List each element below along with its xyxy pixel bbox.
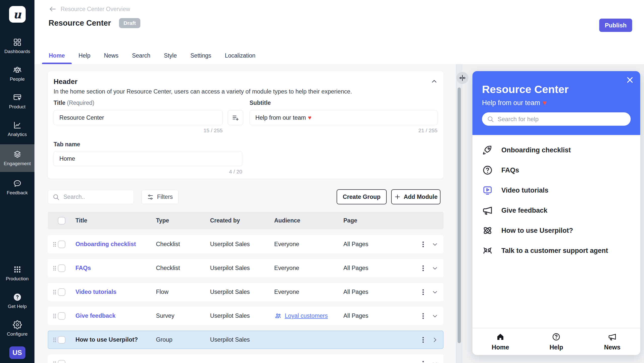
atom-icon (482, 225, 493, 236)
sidebar-item-analytics[interactable]: Analytics (0, 117, 34, 141)
preview-nav-help[interactable]: Help (528, 328, 584, 355)
sidebar-item-configure[interactable]: Configure (0, 316, 34, 341)
kebab-menu-icon[interactable] (419, 312, 427, 320)
tab-style[interactable]: Style (157, 52, 184, 64)
sidebar-item-product[interactable]: Product (0, 89, 34, 114)
tabname-field-input[interactable] (54, 151, 242, 166)
row-chevron-icon[interactable] (431, 336, 438, 343)
header-card: Header In the home section of your Resou… (48, 71, 444, 179)
plus-icon (394, 194, 401, 200)
drag-handle-icon[interactable] (51, 289, 58, 295)
row-chevron-icon[interactable] (431, 265, 438, 272)
table-row[interactable]: Give feedback Survey Userpilot Sales Loy… (48, 307, 444, 325)
row-chevron-icon[interactable] (431, 241, 438, 248)
row-checkbox[interactable] (58, 264, 65, 272)
row-chevron-icon[interactable] (431, 360, 438, 363)
row-chevron-icon[interactable] (431, 289, 438, 296)
feedback-icon (13, 179, 22, 188)
select-all-checkbox[interactable] (58, 217, 65, 224)
preview-item-give-feedback[interactable]: Give feedback (482, 200, 631, 220)
col-page: Page (343, 217, 425, 224)
breadcrumb[interactable]: Resource Center Overview (49, 5, 130, 13)
table-row[interactable]: Onboarding checklist Checklist Userpilot… (48, 235, 444, 253)
userpilot-logo[interactable]: u (9, 6, 26, 23)
question-circle-icon (482, 165, 493, 176)
row-checkbox[interactable] (58, 241, 65, 248)
kebab-menu-icon[interactable] (419, 264, 427, 272)
sidebar-item-engagement[interactable]: Engagement (0, 144, 34, 172)
card-description: In the home section of your Resource Cen… (54, 88, 352, 95)
publish-button[interactable]: Publish (599, 19, 632, 32)
table-row[interactable]: Video tutorials Flow Userpilot Sales Eve… (48, 283, 444, 301)
tab-settings[interactable]: Settings (184, 52, 218, 64)
table-row[interactable]: FAQs Checklist Userpilot Sales Everyone … (48, 259, 444, 277)
preview-item-talk-to-a-customer-support-agent[interactable]: Talk to a customer support agent (482, 241, 631, 261)
module-title-link[interactable]: Onboarding checklist (75, 241, 156, 248)
module-title-link[interactable]: FAQs (75, 265, 156, 271)
subtitle-counter: 21 / 255 (250, 127, 437, 133)
avatar[interactable]: US (9, 346, 25, 359)
row-checkbox[interactable] (58, 360, 65, 363)
filters-button[interactable]: Filters (141, 190, 179, 204)
chevron-up-icon[interactable] (430, 78, 438, 85)
row-checkbox[interactable] (58, 312, 65, 320)
sidebar-item-dashboards[interactable]: Dashboards (0, 34, 34, 58)
preview-item-how-to-use-userpilot[interactable]: How to use Userpilot? (482, 220, 631, 241)
title-field-input[interactable] (54, 110, 223, 125)
module-title-link[interactable]: Video tutorials (75, 289, 156, 295)
tab-help[interactable]: Help (72, 52, 97, 64)
preview-nav-news[interactable]: News (584, 328, 640, 355)
sidebar-item-get-help[interactable]: Get Help (0, 289, 34, 313)
preview-title: Resource Center (482, 83, 631, 96)
support-icon (482, 245, 493, 256)
subtitle-field-input[interactable]: Help from our team ♥ (250, 110, 437, 125)
drag-handle-icon[interactable] (51, 265, 58, 271)
scrollbar-thumb[interactable] (458, 87, 461, 343)
sidebar-bottom-items: Production Get Help Configure (0, 250, 34, 341)
row-chevron-icon[interactable] (431, 312, 438, 320)
close-icon[interactable] (626, 76, 634, 84)
col-title: Title (75, 217, 156, 224)
row-checkbox[interactable] (58, 288, 65, 296)
kebab-menu-icon[interactable] (419, 360, 427, 363)
sidebar-item-feedback[interactable]: Feedback (0, 175, 34, 200)
tab-search[interactable]: Search (125, 52, 157, 64)
preview-search-input[interactable] (498, 116, 626, 123)
module-title-link[interactable]: How to use Userpilot? (75, 336, 156, 343)
table-row[interactable]: How to use Userpilot? Group Userpilot Sa… (48, 331, 444, 349)
row-checkbox[interactable] (58, 336, 65, 344)
preview-bottom-nav: Home Help News (472, 328, 640, 355)
analytics-icon (13, 121, 22, 130)
text-template-button[interactable] (228, 110, 243, 125)
tab-localization[interactable]: Localization (218, 52, 262, 64)
tab-home[interactable]: Home (42, 52, 72, 64)
preview-item-onboarding-checklist[interactable]: Onboarding checklist (482, 140, 631, 160)
drag-handle-icon[interactable] (51, 313, 58, 319)
kebab-menu-icon[interactable] (419, 241, 427, 248)
users-icon (274, 312, 282, 320)
add-module-button[interactable]: Add Module (391, 189, 440, 204)
kebab-menu-icon[interactable] (419, 288, 427, 296)
audience-segment-link[interactable]: Loyal customers (274, 312, 343, 320)
preview-nav-home[interactable]: Home (472, 328, 528, 355)
drag-handle-icon[interactable] (51, 360, 58, 363)
product-icon (13, 93, 22, 102)
preview-item-faqs[interactable]: FAQs (482, 160, 631, 180)
preview-item-video-tutorials[interactable]: Video tutorials (482, 180, 631, 200)
sidebar-item-production[interactable]: Production (0, 261, 34, 286)
collapse-preview-handle[interactable] (456, 72, 468, 84)
tab-news[interactable]: News (97, 52, 125, 64)
drag-handle-icon[interactable] (51, 337, 58, 343)
kebab-menu-icon[interactable] (419, 336, 427, 344)
page-title: Resource Center (49, 19, 111, 28)
drag-handle-icon[interactable] (51, 241, 58, 248)
video-icon (482, 185, 493, 196)
module-title-link[interactable]: Give feedback (75, 312, 156, 319)
create-group-button[interactable]: Create Group (337, 189, 387, 204)
module-search (48, 190, 134, 204)
megaphone-icon (608, 332, 617, 341)
arrow-left-icon (49, 5, 57, 13)
sidebar-item-people[interactable]: People (0, 61, 34, 86)
search-input[interactable] (63, 194, 129, 200)
table-row[interactable] (48, 354, 444, 363)
